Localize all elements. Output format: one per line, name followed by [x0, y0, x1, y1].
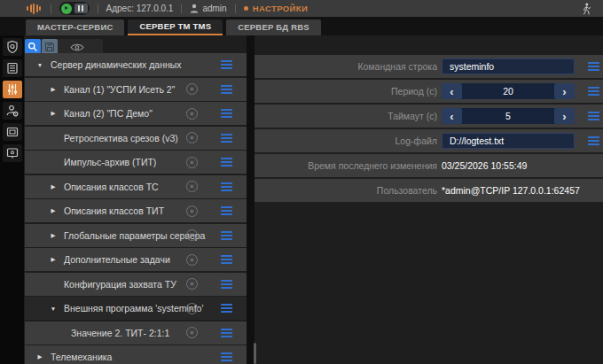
- expand-arrow-icon[interactable]: [49, 110, 58, 117]
- rail-users-button[interactable]: [3, 102, 22, 120]
- rail-viewer-button[interactable]: [3, 144, 22, 162]
- row-menu-icon[interactable]: [221, 280, 232, 289]
- dismiss-icon[interactable]: [186, 205, 198, 217]
- tree-item[interactable]: Дополнительные задачи: [25, 248, 247, 271]
- settings-menu[interactable]: НАСТРОЙКИ: [244, 4, 309, 13]
- tree-item[interactable]: Описания классов ТС: [25, 175, 247, 198]
- form-row-log-file: Log-файл: [255, 129, 603, 152]
- tab-master-service[interactable]: МАСТЕР-СЕРВИС: [26, 19, 124, 35]
- command-line-input[interactable]: [442, 58, 575, 74]
- tree-item[interactable]: Описания классов ТИТ: [25, 199, 247, 222]
- field-label: Период (с): [255, 86, 437, 97]
- expand-arrow-icon[interactable]: [49, 306, 58, 312]
- period-stepper[interactable]: 20: [442, 83, 575, 99]
- row-menu-icon[interactable]: [221, 329, 232, 337]
- tree-item[interactable]: Конфигурация захвата ТУ: [25, 273, 247, 296]
- row-menu-icon[interactable]: [588, 62, 599, 71]
- expand-arrow-icon[interactable]: [49, 232, 58, 239]
- tree-item[interactable]: Значение 2. ТИТ- 2:1:1: [25, 321, 247, 345]
- timeout-increment-button[interactable]: [554, 108, 575, 124]
- search-icon: [27, 42, 38, 52]
- row-menu-icon[interactable]: [221, 109, 232, 118]
- period-increment-button[interactable]: [554, 83, 575, 99]
- form-row-timeout: Таймаут (с) 5: [255, 105, 603, 128]
- tree-item-label: Описания классов ТИТ: [64, 205, 164, 216]
- row-menu-icon[interactable]: [588, 136, 599, 145]
- config-tree: Сервер динамических данных Канал (1) "УС…: [25, 53, 247, 364]
- properties-panel: Командная строка Период (с) 20 Таймаут (…: [255, 55, 603, 204]
- form-row-command-line: Командная строка: [255, 55, 603, 78]
- tree-item[interactable]: Импульс-архив (ТИТ): [25, 151, 247, 174]
- eye-icon: [70, 43, 84, 52]
- row-menu-icon[interactable]: [221, 206, 232, 215]
- left-icon-rail: [0, 35, 24, 364]
- play-button[interactable]: [61, 4, 72, 14]
- server-list-icon: [5, 61, 20, 75]
- settings-label: НАСТРОЙКИ: [253, 4, 309, 13]
- row-menu-icon[interactable]: [588, 87, 599, 96]
- tree-item-label: Сервер динамических данных: [51, 59, 182, 70]
- dismiss-icon[interactable]: [186, 181, 198, 192]
- tree-item-label: Импульс-архив (ТИТ): [64, 157, 156, 167]
- tree-item[interactable]: Телемеханика: [25, 345, 247, 364]
- tree-item-label: Значение 2. ТИТ- 2:1:1: [71, 328, 169, 338]
- tab-server-tm-tms[interactable]: СЕРВЕР ТМ TMS: [128, 19, 223, 35]
- row-menu-icon[interactable]: [221, 158, 232, 167]
- dismiss-icon[interactable]: [186, 278, 198, 290]
- form-row-last-modified: Время последнего изменения 03/25/2026 10…: [255, 154, 603, 177]
- tree-item[interactable]: Канал (1) "УСПИ Исеть 2": [25, 78, 247, 101]
- period-decrement-button[interactable]: [442, 83, 462, 99]
- tree-item-label: Дополнительные задачи: [64, 254, 170, 265]
- dismiss-icon[interactable]: [186, 157, 198, 168]
- dismiss-icon[interactable]: [186, 132, 198, 143]
- row-menu-icon[interactable]: [588, 112, 599, 120]
- tree-item-label: Телемеханика: [51, 352, 112, 362]
- dismiss-icon[interactable]: [186, 83, 198, 95]
- row-menu-icon[interactable]: [221, 182, 232, 191]
- row-menu-icon[interactable]: [221, 134, 232, 143]
- user-value: *admin@TCP/IP 127.0.0.1:62457: [442, 185, 580, 196]
- rail-tuning-button[interactable]: [3, 81, 22, 98]
- tree-scrollbar-thumb[interactable]: [254, 343, 256, 364]
- tree-item[interactable]: Ретроспектива срезов (v3): [25, 127, 247, 150]
- dismiss-icon[interactable]: [186, 254, 198, 266]
- row-menu-icon[interactable]: [221, 60, 232, 69]
- expand-arrow-icon[interactable]: [49, 256, 58, 263]
- timeout-stepper[interactable]: 5: [442, 108, 575, 124]
- dismiss-icon[interactable]: [186, 229, 198, 241]
- rail-shield-button[interactable]: [3, 38, 22, 56]
- pause-button[interactable]: [74, 4, 88, 13]
- timeout-value: 5: [462, 111, 554, 121]
- row-menu-icon[interactable]: [221, 85, 232, 94]
- field-label: Таймаут (с): [255, 111, 437, 121]
- tree-item[interactable]: Глобальные параметры сервера: [25, 224, 247, 247]
- floppy-icon: [44, 42, 55, 52]
- expand-arrow-icon[interactable]: [49, 86, 58, 93]
- row-menu-icon[interactable]: [221, 231, 232, 240]
- field-label: Время последнего изменения: [255, 160, 437, 171]
- expand-arrow-icon[interactable]: [35, 353, 44, 360]
- tree-item[interactable]: Сервер динамических данных: [25, 53, 247, 76]
- row-menu-icon[interactable]: [221, 255, 232, 264]
- expand-arrow-icon[interactable]: [49, 183, 58, 190]
- row-menu-icon[interactable]: [221, 352, 232, 361]
- user-menu[interactable]: admin: [190, 4, 226, 13]
- log-file-input[interactable]: [442, 133, 575, 149]
- tree-item-label: Ретроспектива срезов (v3): [64, 133, 178, 143]
- tree-item-label: Внешняя программа 'systeminfo': [64, 303, 203, 314]
- expand-arrow-icon[interactable]: [35, 62, 44, 68]
- dismiss-icon[interactable]: [186, 303, 198, 314]
- walking-man-icon[interactable]: [582, 3, 591, 15]
- period-value: 20: [462, 86, 554, 97]
- expand-arrow-icon[interactable]: [49, 207, 58, 214]
- rail-server-button[interactable]: [3, 59, 22, 77]
- tree-item-selected[interactable]: Внешняя программа 'systeminfo': [25, 297, 247, 320]
- timeout-decrement-button[interactable]: [442, 108, 462, 124]
- tree-item[interactable]: Канал (2) "ПС Демо": [25, 102, 247, 125]
- dismiss-icon[interactable]: [186, 108, 198, 120]
- row-menu-icon[interactable]: [221, 304, 232, 313]
- rail-display-button[interactable]: [3, 123, 22, 141]
- divider: [181, 4, 182, 13]
- tab-server-db-rbs[interactable]: СЕРВЕР БД RBS: [226, 19, 321, 35]
- dismiss-icon[interactable]: [186, 327, 198, 338]
